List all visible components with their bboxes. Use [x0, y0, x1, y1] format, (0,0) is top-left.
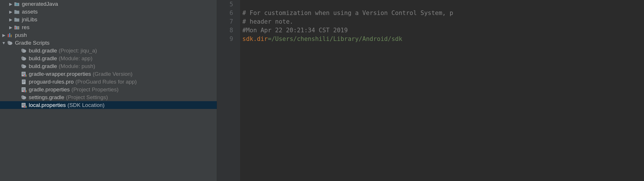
tree-item-label: gradle.properties — [29, 86, 70, 93]
tree-item-label: gradle-wrapper.properties — [29, 71, 91, 77]
tree-item-hint: (Module: app) — [59, 55, 92, 62]
properties-icon — [21, 86, 27, 93]
gutter-margin — [238, 0, 240, 181]
file-icon — [21, 79, 27, 85]
chevron-right-icon: ▶ — [9, 17, 13, 22]
tree-item-label: assets — [22, 9, 38, 15]
gradle-icon — [21, 63, 27, 69]
code-line: #Mon Apr 22 20:21:34 CST 2019 — [242, 27, 348, 34]
tree-item-res[interactable]: ▶ res — [0, 23, 217, 31]
tree-item-label: push — [15, 32, 27, 38]
tree-item-generated-java[interactable]: ▶ generatedJava — [0, 0, 217, 8]
gradle-icon — [21, 55, 27, 62]
properties-icon — [21, 102, 27, 108]
tree-item-label: generatedJava — [22, 1, 58, 7]
chevron-down-icon: ▼ — [2, 41, 6, 45]
tree-item-local-properties[interactable]: ▶ local.properties (SDK Location) — [0, 101, 217, 109]
chevron-right-icon: ▶ — [9, 10, 13, 14]
project-tree[interactable]: ▶ generatedJava ▶ assets ▶ jniLibs ▶ res… — [0, 0, 217, 181]
tree-item-hint: (Gradle Version) — [93, 71, 133, 77]
tree-item-label: proguard-rules.pro — [29, 79, 74, 85]
tree-item-jnilibs[interactable]: ▶ jniLibs — [0, 16, 217, 23]
code-line: # header note. — [242, 18, 293, 25]
properties-icon — [21, 71, 27, 77]
property-sep: = — [268, 35, 272, 42]
tree-item-push[interactable]: ▶ push — [0, 31, 217, 39]
tree-item-label: res — [22, 24, 29, 31]
tree-item-gradle-wrapper[interactable]: ▶ gradle-wrapper.properties (Gradle Vers… — [0, 70, 217, 78]
code-area[interactable]: # For customization when using a Version… — [240, 0, 644, 181]
tree-item-settings-gradle[interactable]: ▶ settings.gradle (Project Settings) — [0, 93, 217, 101]
tree-item-label: local.properties — [29, 102, 66, 108]
tree-item-hint: (Module: push) — [59, 63, 95, 69]
tree-item-label: jniLibs — [22, 16, 37, 23]
tree-item-hint: (Project: jiqu_a) — [59, 48, 97, 54]
line-number: 6 — [217, 9, 233, 17]
line-number-gutter: 5 6 7 8 9 — [217, 0, 238, 181]
tree-item-label: settings.gradle — [29, 94, 64, 101]
chevron-right-icon: ▶ — [9, 25, 13, 30]
tree-item-label: Gradle Scripts — [15, 40, 49, 46]
editor-pane[interactable]: 5 6 7 8 9 # For customization when using… — [217, 0, 644, 181]
line-number: 5 — [217, 0, 233, 9]
tree-item-hint: (Project Settings) — [66, 94, 108, 101]
gradle-icon — [21, 94, 27, 101]
gradle-icon — [21, 48, 27, 54]
tree-item-assets[interactable]: ▶ assets — [0, 8, 217, 16]
tree-item-gradle-scripts[interactable]: ▼ Gradle Scripts — [0, 39, 217, 47]
tree-item-hint: (Project Properties) — [72, 86, 119, 93]
tree-item-build-gradle-project[interactable]: ▶ build.gradle (Project: jiqu_a) — [0, 47, 217, 54]
tree-item-build-gradle-app[interactable]: ▶ build.gradle (Module: app) — [0, 54, 217, 62]
property-key: sdk.dir — [242, 35, 268, 42]
tree-item-proguard[interactable]: ▶ proguard-rules.pro (ProGuard Rules for… — [0, 78, 217, 86]
module-icon — [7, 32, 13, 38]
tree-item-label: build.gradle — [29, 63, 57, 69]
package-icon — [14, 1, 20, 7]
folder-icon — [14, 9, 20, 15]
property-value: /Users/chenshili/Library/Android/sdk — [271, 35, 402, 42]
res-folder-icon — [14, 24, 20, 31]
chevron-right-icon: ▶ — [9, 2, 13, 6]
line-number: 9 — [217, 35, 233, 43]
line-number: 8 — [217, 26, 233, 35]
code-line: # For customization when using a Version… — [242, 10, 453, 16]
tree-item-hint: (ProGuard Rules for app) — [75, 79, 137, 85]
chevron-right-icon: ▶ — [2, 33, 6, 37]
tree-item-hint: (SDK Location) — [68, 102, 105, 108]
tree-item-build-gradle-push[interactable]: ▶ build.gradle (Module: push) — [0, 62, 217, 70]
line-number: 7 — [217, 17, 233, 26]
tree-item-label: build.gradle — [29, 48, 57, 54]
gradle-icon — [7, 40, 13, 46]
code-line: sdk.dir=/Users/chenshili/Library/Android… — [242, 35, 402, 42]
folder-icon — [14, 16, 20, 23]
tree-item-gradle-properties[interactable]: ▶ gradle.properties (Project Properties) — [0, 86, 217, 93]
tree-item-label: build.gradle — [29, 55, 57, 62]
